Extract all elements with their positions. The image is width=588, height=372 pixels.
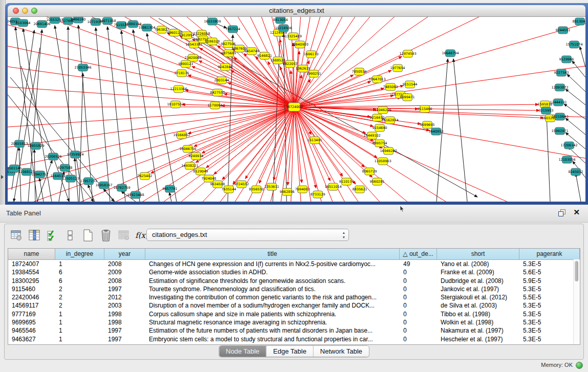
- scrollbar-thumb[interactable]: [575, 261, 578, 281]
- graph-edge: [294, 107, 356, 184]
- graph-node-label: 16958167: [95, 183, 112, 187]
- table-row[interactable]: 969969511998Structural magnetic resonanc…: [8, 318, 580, 326]
- column-header-short[interactable]: short: [437, 249, 519, 259]
- table-cell: Structural magnetic resonance image aver…: [145, 318, 400, 326]
- table-cell: 1997: [104, 285, 145, 293]
- graph-node-label: 12093872: [551, 85, 568, 90]
- graph-node-label: 8835621: [353, 187, 367, 191]
- graph-node-label: 20691406: [33, 22, 50, 26]
- graph-node-label: 18955829: [27, 144, 44, 148]
- column-header-in_degree[interactable]: in_degree: [55, 249, 104, 259]
- tab-node-table[interactable]: Node Table: [219, 346, 267, 357]
- graph-node-label: 7857224: [226, 27, 241, 31]
- graph-node-label: 9146821: [257, 54, 272, 58]
- tab-network-table[interactable]: Network Table: [314, 346, 369, 357]
- column-header-year[interactable]: year: [104, 249, 145, 259]
- graph-edge: [206, 107, 294, 168]
- table-source-dropdown[interactable]: citations_edges.txt ▲▼: [146, 229, 349, 241]
- dropdown-stepper-icon: ▲▼: [342, 230, 345, 239]
- graph-node-label: 1696170: [304, 52, 319, 56]
- memory-ok-led-icon[interactable]: [576, 362, 583, 369]
- table-row[interactable]: 1830029562008Estimation of significance …: [8, 277, 580, 285]
- select-all-rows-icon[interactable]: [46, 229, 59, 242]
- graph-node-label: 8099471: [400, 95, 415, 99]
- graph-node-label: 9634508: [210, 182, 225, 186]
- column-header-name[interactable]: name: [8, 249, 55, 259]
- tab-edge-table[interactable]: Edge Table: [267, 346, 314, 357]
- close-panel-icon[interactable]: ✕: [573, 208, 580, 217]
- network-window-title: citations_edges.txt: [8, 5, 585, 16]
- table-source-value: citations_edges.txt: [152, 231, 207, 238]
- table-cell: 1998: [104, 318, 145, 326]
- table-row[interactable]: 977716911998Corpus callosum shape and si…: [8, 310, 580, 318]
- graph-node-label: 9862856: [280, 190, 295, 194]
- graph-node-label: 16511014: [324, 185, 341, 189]
- graph-node-label: 16033809: [204, 19, 221, 24]
- graph-node-label: 1362615: [296, 67, 311, 71]
- graph-edge: [294, 107, 364, 167]
- column-header-out_de[interactable]: △ out_de...: [400, 249, 437, 259]
- column-header-pagerank[interactable]: pagerank: [519, 249, 580, 259]
- graph-node-label: 19166852: [173, 133, 190, 137]
- graph-node-label: 16946242: [380, 149, 397, 153]
- graph-edge: [294, 104, 538, 107]
- graph-node-label: 8733129: [311, 192, 325, 196]
- unselect-rows-icon[interactable]: [63, 229, 77, 242]
- table-cell: 6: [55, 277, 104, 285]
- graph-node-label: 3215953: [539, 108, 554, 113]
- table-cell: Corpus callosum shape and size in male p…: [145, 310, 400, 318]
- table-row[interactable]: 911546021997Tourette syndrome. Phenomeno…: [8, 285, 580, 293]
- minimize-window-button[interactable]: [22, 8, 28, 14]
- graph-edge: [39, 178, 43, 202]
- table-settings-icon[interactable]: [10, 229, 23, 242]
- network-window-titlebar[interactable]: citations_edges.txt: [8, 5, 585, 17]
- table-cell: 5.3E-5: [519, 310, 580, 318]
- graph-edge: [453, 59, 467, 202]
- graph-node-label: 13325419: [285, 34, 301, 38]
- graph-node-label: 8249934: [189, 154, 204, 158]
- table-row[interactable]: 1456911722003Disruption of a novel membe…: [8, 301, 580, 310]
- table-header-row: namein_degreeyeartitle△ out_de...shortpa…: [8, 249, 580, 260]
- table-row[interactable]: 946362711997Embryonic stem cells: a mode…: [8, 335, 580, 343]
- graph-node-label: 23420046: [184, 56, 201, 60]
- new-table-icon[interactable]: [81, 229, 95, 242]
- vertical-scrollbar[interactable]: [573, 259, 580, 344]
- graph-node-label: 9890123: [179, 62, 193, 66]
- table-cell: 5.3E-5: [519, 326, 580, 335]
- table-cell: 9115460: [8, 285, 55, 293]
- graph-edge: [8, 107, 294, 139]
- delete-table-icon[interactable]: [99, 229, 113, 242]
- panel-expand-arrow-icon[interactable]: [1, 175, 4, 179]
- graph-edge: [547, 115, 550, 202]
- graph-node-label: 14671358: [99, 19, 116, 23]
- graph-node-label: 21053346: [74, 65, 91, 70]
- table-cell: 1997: [104, 326, 145, 335]
- graph-edge: [567, 74, 585, 92]
- close-window-button[interactable]: [13, 8, 19, 14]
- delete-column-disabled-icon: [117, 229, 130, 242]
- table-cell: 18300295: [8, 277, 55, 285]
- graph-node-label: 8129049: [193, 169, 208, 173]
- table-cell: 0: [400, 301, 437, 310]
- table-cell: 5.3E-5: [519, 301, 580, 310]
- column-header-title[interactable]: title: [145, 249, 400, 259]
- table-row[interactable]: 2242004622012Investigating the contribut…: [8, 293, 580, 301]
- table-cell: 9699695: [8, 318, 55, 326]
- graph-node-label: 16046756: [179, 147, 196, 151]
- graph-edge: [21, 66, 69, 202]
- zoom-window-button[interactable]: [31, 8, 37, 14]
- graph-node-label: 9227343: [554, 71, 569, 75]
- network-canvas[interactable]: 1872400779638228960128891295423226058982…: [8, 17, 585, 202]
- table-cell: Tourette syndrome. Phenomenology and cla…: [145, 285, 400, 293]
- table-row[interactable]: 1872400712008Changes of HCN gene express…: [8, 260, 580, 268]
- select-column-icon[interactable]: [28, 229, 41, 242]
- mouse-cursor: [400, 206, 404, 212]
- table-row[interactable]: 1938455462009Genome-wide association stu…: [8, 268, 580, 276]
- graph-edge: [565, 89, 585, 105]
- table-row[interactable]: 946554611997Estimation of the future num…: [8, 326, 580, 335]
- float-panel-icon[interactable]: [558, 209, 565, 216]
- graph-edge: [19, 147, 21, 202]
- graph-node-label: 7625402: [138, 174, 153, 178]
- graph-node-label: 8065729: [362, 169, 377, 173]
- table-cell: 0: [400, 268, 437, 276]
